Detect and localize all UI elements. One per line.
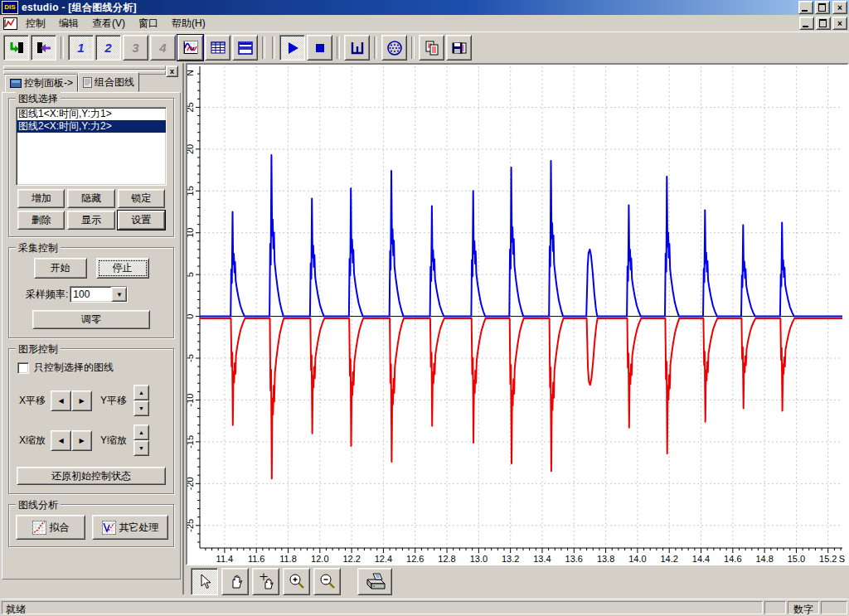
list-item[interactable]: 图线1<X:时间,Y:力1> <box>17 108 166 120</box>
child-close-button[interactable]: × <box>832 17 847 30</box>
child-restore-button[interactable] <box>816 17 831 30</box>
title-bar: DIS estudio - [组合图线分析] × <box>0 0 849 15</box>
channel-3-button[interactable]: 3 <box>123 35 148 61</box>
return-arrow-icon <box>36 40 52 56</box>
tab-combined-graph[interactable]: 组合图线 <box>78 72 139 92</box>
svg-text:5: 5 <box>187 272 195 277</box>
close-button[interactable]: × <box>832 1 847 14</box>
menu-window[interactable]: 窗口 <box>132 15 165 32</box>
analysis-group: 图线分析 拟合 其它处 <box>8 504 174 547</box>
menu-control[interactable]: 控制 <box>19 15 52 32</box>
crosshair-hand-icon <box>257 572 275 590</box>
settings-curve-button[interactable]: 设置 <box>118 211 165 230</box>
channel-1-button[interactable]: 1 <box>68 35 94 61</box>
restore-button[interactable] <box>815 1 830 14</box>
y-pan-spinner: ▲ ▼ <box>133 385 149 416</box>
svg-text:-20: -20 <box>187 477 195 490</box>
svg-text:12.0: 12.0 <box>311 554 328 564</box>
delete-curve-button[interactable]: 删除 <box>17 211 65 230</box>
x-zoom-in-icon[interactable]: ▶ <box>71 430 92 451</box>
acquisition-group: 采集控制 开始 停止 采样频率: 100 ▼ 调零 <box>8 247 174 338</box>
combined-graph-chart[interactable]: 11.411.611.812.012.212.412.612.813.013.2… <box>187 65 847 564</box>
save-data-button[interactable] <box>446 35 472 61</box>
svg-text:12.6: 12.6 <box>406 554 424 564</box>
minimize-button[interactable] <box>798 1 813 14</box>
add-curve-button[interactable]: 增加 <box>17 189 65 208</box>
y-pan-down-icon[interactable]: ▼ <box>133 400 149 416</box>
u-device-icon <box>349 40 366 56</box>
svg-text:-25: -25 <box>187 519 195 532</box>
globe-icon <box>386 40 403 56</box>
svg-text:15.0: 15.0 <box>788 554 805 564</box>
svg-text:25: 25 <box>187 102 195 112</box>
y-zoom-down-icon[interactable]: ▼ <box>133 440 149 456</box>
zoom-out-tool-button[interactable] <box>313 568 341 595</box>
status-bar: 就绪 数字 <box>0 599 849 616</box>
svg-text:15: 15 <box>187 186 195 196</box>
chart-plot-area[interactable]: 11.411.611.812.012.212.412.612.813.013.2… <box>186 63 849 565</box>
stop-acq-button[interactable]: 停止 <box>96 258 149 279</box>
device-button[interactable] <box>344 35 370 61</box>
rate-combobox[interactable]: 100 ▼ <box>70 286 128 303</box>
rate-value: 100 <box>70 287 111 302</box>
point-pick-tool-button[interactable] <box>252 568 279 595</box>
svg-text:10: 10 <box>187 228 195 238</box>
cursor-arrow-icon <box>196 572 214 590</box>
stop-icon <box>312 40 328 56</box>
fit-button[interactable]: 拟合 <box>16 515 85 540</box>
window-title: estudio - [组合图线分析] <box>22 1 797 15</box>
show-curve-button[interactable]: 显示 <box>67 211 114 230</box>
toolbar-separator <box>262 36 265 59</box>
pan-tool-button[interactable] <box>221 568 249 595</box>
split-view-button[interactable] <box>232 35 258 61</box>
reset-view-button[interactable]: 还原初始控制状态 <box>17 467 166 485</box>
y-pan-up-icon[interactable]: ▲ <box>133 385 149 400</box>
x-pan-left-icon[interactable]: ◀ <box>51 390 71 411</box>
network-button[interactable] <box>381 35 407 61</box>
graph-control-title: 图形控制 <box>16 342 61 357</box>
main-toolbar: 1 2 3 4 <box>0 32 849 63</box>
menu-edit[interactable]: 编辑 <box>52 15 85 32</box>
zoom-in-tool-button[interactable] <box>283 568 310 595</box>
print-button[interactable] <box>357 568 392 595</box>
curve-listbox[interactable]: 图线1<X:时间,Y:力1> 图线2<X:时间,Y:力2> <box>16 107 167 186</box>
channel-4-button[interactable]: 4 <box>150 35 176 61</box>
only-selected-checkbox[interactable] <box>17 362 29 374</box>
collect-icon <box>8 40 25 56</box>
channel-2-button[interactable]: 2 <box>95 35 121 61</box>
table-view-icon <box>210 40 226 56</box>
svg-text:14.4: 14.4 <box>692 554 710 564</box>
y-zoom-spinner: ▲ ▼ <box>133 424 149 456</box>
play-button[interactable] <box>279 35 305 61</box>
stop-button[interactable] <box>307 35 332 61</box>
lock-curve-button[interactable]: 锁定 <box>118 189 165 208</box>
control-sidebar: x 控制面板-> 组合图线 图线选择 图线1<X:时间,Y:力1> 图线2<X:… <box>0 63 184 594</box>
child-minimize-button[interactable] <box>799 17 814 30</box>
menu-help[interactable]: 帮助(H) <box>165 15 212 32</box>
chevron-down-icon[interactable]: ▼ <box>111 287 127 302</box>
y-zoom-label: Y缩放 <box>100 434 133 448</box>
graph-view-button[interactable] <box>177 35 203 61</box>
zero-adjust-button[interactable]: 调零 <box>32 310 150 329</box>
select-tool-button[interactable] <box>191 568 218 595</box>
document-icon <box>83 77 92 88</box>
status-message: 就绪 <box>2 601 763 614</box>
sidebar-grip[interactable] <box>3 65 166 71</box>
toolbar-separator <box>337 36 340 59</box>
collect-mode-button[interactable] <box>3 35 29 61</box>
graph-control-group: 图形控制 只控制选择的图线 X平移 ◀ ▶ Y平移 ▲ ▼ X缩放 ◀ ▶ Y缩… <box>8 348 174 494</box>
tab-control-panel[interactable]: 控制面板-> <box>5 75 78 92</box>
hide-curve-button[interactable]: 隐藏 <box>67 189 114 208</box>
start-button[interactable]: 开始 <box>34 258 87 279</box>
copy-data-button[interactable] <box>419 35 444 61</box>
list-item[interactable]: 图线2<X:时间,Y:力2> <box>17 120 166 133</box>
x-pan-right-icon[interactable]: ▶ <box>71 390 92 411</box>
table-view-button[interactable] <box>205 35 230 61</box>
x-pan-label: X平移 <box>19 394 51 408</box>
other-processing-button[interactable]: 其它处理 <box>92 515 168 540</box>
y-zoom-up-icon[interactable]: ▲ <box>133 424 149 440</box>
menu-view[interactable]: 查看(V) <box>85 15 132 32</box>
return-mode-button[interactable] <box>31 35 56 61</box>
svg-text:12.2: 12.2 <box>342 554 360 564</box>
x-zoom-out-icon[interactable]: ◀ <box>51 430 71 451</box>
